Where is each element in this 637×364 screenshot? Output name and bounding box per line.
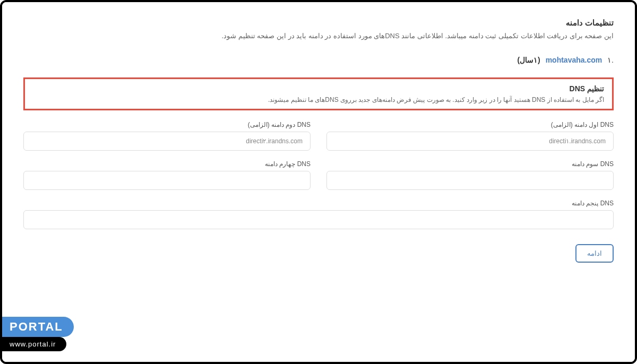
- dns1-input[interactable]: [326, 132, 614, 151]
- watermark-portal-label: PORTAL: [2, 317, 74, 337]
- form-group-dns5: DNS پنجم دامنه: [23, 200, 614, 229]
- form-row-3: DNS پنجم دامنه: [23, 200, 614, 229]
- form-group-dns1: DNS اول دامنه (الزامی): [326, 121, 614, 151]
- page-title: تنظیمات دامنه: [23, 18, 614, 28]
- domain-item: .۱ mohtavaha.com (۱سال): [23, 56, 614, 64]
- domain-name: mohtavaha.com: [546, 56, 602, 64]
- dns2-input[interactable]: [23, 132, 311, 151]
- dns-section: تنظیم DNS اگر مایل به استفاده از DNS هست…: [23, 77, 614, 263]
- watermark: PORTAL www.portal.ir: [2, 317, 74, 351]
- form-group-dns4: DNS چهارم دامنه: [23, 160, 311, 190]
- dns4-input[interactable]: [23, 171, 311, 190]
- domain-number: .۱: [607, 56, 614, 64]
- form-row-1: DNS اول دامنه (الزامی) DNS دوم دامنه (ال…: [23, 121, 614, 151]
- dns2-label: DNS دوم دامنه (الزامی): [23, 121, 311, 128]
- domain-year: (۱سال): [517, 56, 540, 64]
- dns1-label: DNS اول دامنه (الزامی): [326, 121, 614, 128]
- dns4-label: DNS چهارم دامنه: [23, 160, 311, 168]
- continue-button[interactable]: ادامه: [575, 244, 614, 263]
- dns3-input[interactable]: [326, 171, 614, 190]
- dns5-label: DNS پنجم دامنه: [23, 200, 614, 207]
- watermark-url-label: www.portal.ir: [2, 337, 66, 351]
- page-description: این صفحه برای دریافت اطلاعات تکمیلی ثبت …: [23, 32, 614, 40]
- form-group-dns3: DNS سوم دامنه: [326, 160, 614, 190]
- main-container: تنظیمات دامنه این صفحه برای دریافت اطلاع…: [2, 2, 635, 362]
- form-row-2: DNS سوم دامنه DNS چهارم دامنه: [23, 160, 614, 190]
- dns3-label: DNS سوم دامنه: [326, 160, 614, 168]
- dns-description: اگر مایل به استفاده از DNS هستید آنها را…: [33, 96, 604, 103]
- dns-title: تنظیم DNS: [33, 84, 604, 93]
- dns5-input[interactable]: [23, 210, 614, 229]
- dns-highlight-box: تنظیم DNS اگر مایل به استفاده از DNS هست…: [23, 77, 614, 110]
- form-group-dns2: DNS دوم دامنه (الزامی): [23, 121, 311, 151]
